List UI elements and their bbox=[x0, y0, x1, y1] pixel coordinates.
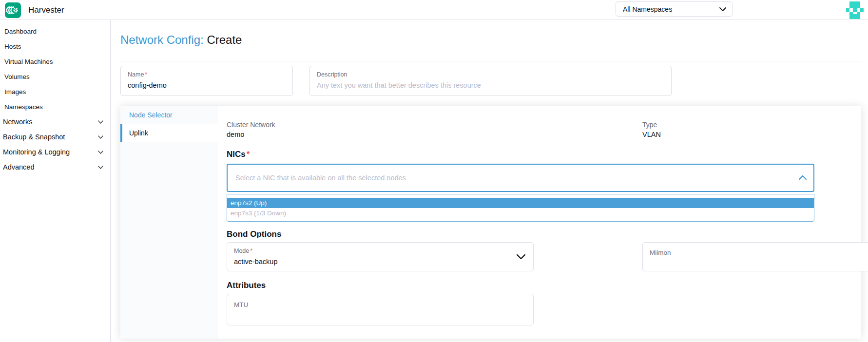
type-label: Type bbox=[642, 121, 657, 129]
top-header-bar: Harvester All Namespaces bbox=[0, 0, 868, 20]
uplink-tab-content: Cluster Network demo Type VLAN NICs* Sel… bbox=[218, 106, 861, 339]
nic-option-enp7s2[interactable]: enp7s2 (Up) bbox=[227, 198, 814, 208]
bond-options-heading: Bond Options bbox=[227, 229, 281, 239]
nic-select-placeholder: Select a NIC that is available on all th… bbox=[235, 174, 406, 182]
bond-mode-value: active-backup bbox=[234, 258, 277, 266]
chevron-down-icon bbox=[98, 166, 103, 169]
sidebar-item-images[interactable]: Images bbox=[0, 84, 110, 99]
nic-option-enp7s3[interactable]: enp7s3 (1/3 Down) bbox=[227, 208, 814, 218]
mtu-input[interactable]: MTU bbox=[227, 294, 534, 325]
name-field[interactable]: Name* config-demo bbox=[120, 66, 293, 96]
required-asterisk: * bbox=[145, 71, 147, 78]
bond-mode-label: Mode* bbox=[234, 247, 252, 254]
tab-column: Node Selector Uplink bbox=[120, 106, 218, 339]
chevron-up-icon bbox=[799, 175, 807, 180]
required-asterisk: * bbox=[250, 247, 252, 254]
nic-options-menu: enp7s2 (Up) enp7s3 (1/3 Down) bbox=[227, 194, 814, 222]
sidebar-item-hosts[interactable]: Hosts bbox=[0, 39, 110, 54]
page-title-resource: Network Config: bbox=[120, 33, 204, 46]
nics-section-heading: NICs* bbox=[227, 150, 250, 159]
page-title-action: Create bbox=[207, 33, 242, 46]
sidebar-group-monitoring-logging[interactable]: Monitoring & Logging bbox=[0, 145, 110, 160]
name-field-label: Name* bbox=[128, 71, 147, 78]
app-title: Harvester bbox=[28, 5, 64, 15]
sidebar-item-volumes[interactable]: Volumes bbox=[0, 69, 110, 84]
harvester-wheat-icon bbox=[6, 5, 19, 16]
name-field-value: config-demo bbox=[128, 81, 167, 89]
description-field-label: Description bbox=[317, 71, 347, 78]
user-avatar-identicon[interactable] bbox=[846, 1, 864, 19]
miimon-input[interactable]: Miimon bbox=[642, 242, 868, 271]
required-asterisk: * bbox=[247, 150, 250, 159]
chevron-down-icon bbox=[719, 7, 726, 11]
sidebar-group-networks[interactable]: Networks bbox=[0, 114, 110, 130]
sidebar-item-virtual-machines[interactable]: Virtual Machines bbox=[0, 54, 110, 69]
sidebar-group-backup-snapshot[interactable]: Backup & Snapshot bbox=[0, 130, 110, 145]
chevron-down-icon bbox=[517, 254, 525, 259]
main-content: Network Config: Create Name* config-demo… bbox=[111, 20, 868, 342]
cluster-network-label: Cluster Network bbox=[227, 121, 275, 129]
description-field[interactable]: Description Any text you want that bette… bbox=[309, 66, 672, 96]
cluster-network-value: demo bbox=[227, 131, 244, 138]
sidebar-group-advanced[interactable]: Advanced bbox=[0, 160, 110, 175]
chevron-down-icon bbox=[98, 135, 103, 139]
left-nav-sidebar: Dashboard Hosts Virtual Machines Volumes… bbox=[0, 20, 111, 342]
attributes-heading: Attributes bbox=[227, 281, 266, 290]
chevron-down-icon bbox=[98, 151, 103, 154]
namespace-filter-value: All Namespaces bbox=[623, 5, 719, 13]
harvester-app: Harvester All Namespaces Dashboard Hosts… bbox=[0, 0, 868, 342]
tab-node-selector[interactable]: Node Selector bbox=[120, 106, 218, 124]
namespace-filter-dropdown[interactable]: All Namespaces bbox=[616, 1, 733, 17]
chevron-down-icon bbox=[98, 120, 103, 124]
title-divider bbox=[120, 61, 861, 61]
config-tab-panel: Node Selector Uplink Cluster Network dem… bbox=[120, 106, 861, 339]
sidebar-item-dashboard[interactable]: Dashboard bbox=[0, 24, 110, 39]
mtu-label: MTU bbox=[234, 301, 248, 308]
description-field-placeholder: Any text you want that better describes … bbox=[317, 81, 481, 89]
harvester-logo-icon[interactable] bbox=[5, 2, 21, 18]
bond-mode-select[interactable]: Mode* active-backup bbox=[227, 242, 534, 271]
nic-select-dropdown[interactable]: Select a NIC that is available on all th… bbox=[227, 164, 814, 192]
sidebar-item-namespaces[interactable]: Namespaces bbox=[0, 99, 110, 114]
type-value: VLAN bbox=[642, 131, 661, 138]
miimon-label: Miimon bbox=[650, 249, 671, 256]
tab-uplink[interactable]: Uplink bbox=[120, 124, 218, 142]
page-title: Network Config: Create bbox=[120, 33, 242, 47]
